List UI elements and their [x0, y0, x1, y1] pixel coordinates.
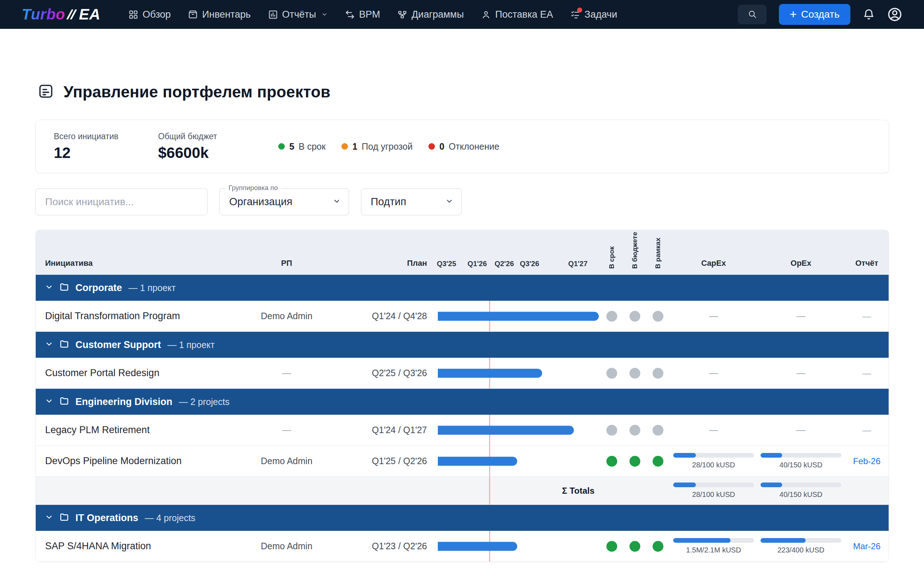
- opex-cell: 40/150 kUSD: [758, 453, 844, 469]
- gantt-bar: [438, 311, 599, 321]
- group-count: — 4 projects: [145, 513, 195, 523]
- group-by-select[interactable]: Группировка по Организация: [220, 188, 349, 215]
- quarter-label: Q1'26: [467, 259, 487, 268]
- opex-cell: —: [758, 311, 844, 321]
- report-link[interactable]: Mar-26: [844, 541, 889, 551]
- status-in-scope: [646, 456, 670, 467]
- status-in-scope: [646, 368, 670, 379]
- logo-slashes-icon: [69, 10, 76, 19]
- create-button[interactable]: + Создать: [779, 4, 850, 25]
- status-in-scope: [646, 311, 670, 322]
- nav-item-overview[interactable]: Обзор: [129, 9, 171, 20]
- col-capex: CapEx: [670, 259, 758, 274]
- chevron-down-icon[interactable]: [45, 340, 53, 350]
- nav-item-inventory[interactable]: Инвентарь: [188, 9, 250, 20]
- group-row-engineering-division[interactable]: Engineering Division — 2 projects: [36, 389, 888, 415]
- initiative-row[interactable]: Customer Portal Redesign — Q2'25 / Q3'26…: [36, 358, 888, 389]
- plan-cell: Q1'24 / Q1'27: [321, 425, 438, 435]
- initiative-name: DevOps Pipeline Modernization: [36, 456, 252, 467]
- initiative-name: Digital Transformation Program: [36, 311, 252, 322]
- nav-label-ea-delivery: Поставка EA: [495, 9, 553, 20]
- status-on-budget: [624, 425, 646, 436]
- group-by-label: Группировка по: [226, 184, 281, 192]
- search-input[interactable]: [36, 188, 208, 215]
- group-row-corporate[interactable]: Corporate — 1 проект: [36, 275, 888, 301]
- search-icon: [748, 10, 757, 20]
- portfolio-icon: [37, 83, 54, 101]
- nav-item-bpm[interactable]: BPM: [345, 9, 380, 20]
- diagrams-icon: [397, 10, 407, 19]
- initiative-row[interactable]: Legacy PLM Retirement — Q1'24 / Q1'27 — …: [36, 415, 888, 446]
- group-count: — 2 projects: [179, 397, 229, 407]
- pm-cell: Demo Admin: [252, 456, 321, 466]
- opex-progress: [761, 538, 842, 543]
- status-on-time: [600, 425, 624, 436]
- bell-icon[interactable]: [863, 8, 875, 21]
- portfolio-table: Инициатива РП План Q3'25 Q1'26 Q2'26 Q3'…: [36, 230, 889, 562]
- logo-ea: EA: [79, 6, 100, 23]
- app-root: Turbo EA Обзор Инвентарь Отчёты: [0, 0, 924, 577]
- group-row-it-operations[interactable]: IT Operations — 4 projects: [36, 505, 888, 531]
- chevron-down-icon[interactable]: [45, 397, 53, 406]
- totals-row: Σ Totals 28/100 kUSD 40/150 kUSD: [36, 477, 888, 505]
- chevron-down-icon[interactable]: [45, 513, 53, 522]
- grid-icon: [129, 10, 138, 19]
- stat-label: Общий бюджет: [158, 132, 217, 141]
- status-dot-green: [278, 143, 285, 150]
- status-legend: 5 В срок 1 Под угрозой 0 Отклонение: [278, 141, 499, 152]
- status-on-time: [600, 311, 624, 322]
- status-on-time: [600, 368, 624, 379]
- nav-label-inventory: Инвентарь: [202, 9, 250, 20]
- legend-at-risk: 1 Под угрозой: [341, 141, 412, 152]
- col-in-scope: В рамках: [646, 230, 670, 274]
- table-header: Инициатива РП План Q3'25 Q1'26 Q2'26 Q3'…: [36, 230, 888, 275]
- folder-icon: [60, 339, 69, 350]
- nav-label-overview: Обзор: [142, 9, 171, 20]
- totals-opex-cell: 40/150 kUSD: [758, 482, 844, 499]
- capex-progress: [673, 453, 754, 458]
- col-quarters: Q3'25 Q1'26 Q2'26 Q3'26 Q1'27: [438, 230, 600, 274]
- initiative-row[interactable]: SAP S/4HANA Migration Demo Admin Q1'23 /…: [36, 531, 888, 562]
- quarter-label: Q3'25: [437, 259, 456, 268]
- account-avatar[interactable]: [887, 7, 902, 22]
- search-button[interactable]: [738, 5, 767, 24]
- app-logo[interactable]: Turbo EA: [22, 6, 100, 23]
- opex-cell: 223/400 kUSD: [758, 538, 844, 554]
- legend-off-track: 0 Отклонение: [428, 141, 499, 152]
- initiative-row[interactable]: DevOps Pipeline Modernization Demo Admin…: [36, 446, 888, 477]
- capex-label: 28/100 kUSD: [692, 490, 735, 499]
- capex-cell: —: [670, 425, 758, 435]
- stat-label: Всего инициатив: [54, 132, 118, 141]
- capex-progress: [673, 538, 754, 543]
- nav-item-ea-delivery[interactable]: Поставка EA: [481, 9, 553, 20]
- nav-item-tasks[interactable]: Задачи: [570, 9, 617, 20]
- status-on-time: [600, 456, 624, 467]
- col-report: Отчёт: [844, 259, 889, 274]
- report-link[interactable]: Feb-26: [844, 456, 889, 466]
- chevron-down-icon[interactable]: [45, 283, 53, 292]
- subtype-value: Подтип: [371, 196, 406, 208]
- gantt-bar: [438, 456, 517, 466]
- nav-label-tasks: Задачи: [584, 9, 617, 20]
- bpm-icon: [345, 10, 355, 19]
- capex-progress: [673, 482, 754, 487]
- chevron-down-icon: [333, 197, 341, 206]
- nav-right: + Создать: [738, 4, 902, 25]
- nav-item-reports[interactable]: Отчёты: [268, 9, 328, 20]
- quarter-label: Q3'26: [520, 259, 539, 268]
- nav-item-diagrams[interactable]: Диаграммы: [397, 9, 464, 20]
- status-on-budget: [624, 456, 646, 467]
- initiative-name: SAP S/4HANA Migration: [36, 541, 252, 552]
- pm-cell: —: [252, 425, 321, 435]
- folder-icon: [60, 396, 69, 407]
- group-row-customer-support[interactable]: Customer Support — 1 проект: [36, 332, 888, 358]
- col-on-budget: В бюджете: [624, 230, 646, 274]
- subtype-select[interactable]: Подтип: [361, 188, 462, 215]
- quarter-label: Q1'27: [568, 259, 588, 268]
- nav-label-bpm: BPM: [359, 9, 380, 20]
- initiative-row[interactable]: Digital Transformation Program Demo Admi…: [36, 301, 888, 332]
- initiative-name: Legacy PLM Retirement: [36, 424, 252, 436]
- stat-total-budget: Общий бюджет $6600k: [158, 132, 217, 161]
- main-content: Управление портфелем проектов Всего иниц…: [0, 83, 924, 562]
- plan-cell: Q1'25 / Q2'26: [321, 456, 438, 466]
